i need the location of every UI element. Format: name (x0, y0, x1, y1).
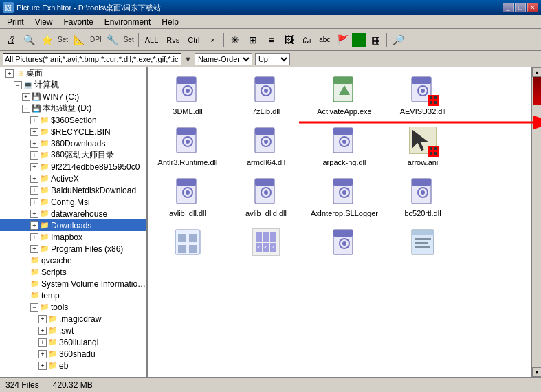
tree-item-d[interactable]: − 💾 本地磁盘 (D:) (0, 102, 146, 114)
expander-config[interactable]: + (30, 198, 38, 206)
file-item-3dml[interactable]: 3DML.dll (151, 70, 225, 118)
expander-activex[interactable]: + (30, 175, 38, 183)
tree-item-downloads[interactable]: + 📁 Downloads (0, 219, 146, 231)
tree-item-360downloads[interactable]: + 📁 360Downloads (0, 138, 146, 149)
toolbar-btn-rvs[interactable]: Rvs (163, 32, 183, 48)
tree-item-desktop[interactable]: + 🖥 桌面 (0, 67, 146, 79)
file-item-7zlib[interactable]: 7zLib.dll (229, 70, 303, 118)
toolbar-btn-zoom[interactable]: 🔎 (390, 32, 406, 48)
file-item-r4c2[interactable]: ✓ ✓ ✓ (229, 223, 303, 263)
toolbar-btn-grid[interactable]: ⊞ (245, 32, 261, 48)
toolbar-btn-list[interactable]: ≡ (263, 32, 279, 48)
file-item-r4c1[interactable] (151, 223, 225, 263)
file-item-aevisu[interactable]: AEVISU32.dll (386, 70, 460, 118)
file-item-armdll[interactable]: armdll64.dll (229, 121, 303, 169)
tree-item-computer[interactable]: − 💻 计算机 (0, 79, 146, 91)
tree-item-360sd[interactable]: + 📁 360shadu (0, 348, 146, 360)
tree-item-c[interactable]: + 💾 WIN7 (C:) (0, 91, 146, 102)
tree-panel[interactable]: + 🖥 桌面 − 💻 计算机 + 💾 WIN7 (C:) − 💾 本地磁盘 (D… (0, 67, 148, 377)
file-item-activate[interactable]: ActivateApp.exe (307, 70, 382, 118)
toolbar-btn-ctrl[interactable]: Ctrl (184, 32, 203, 48)
toolbar-btn-2[interactable]: 🔍 (21, 32, 37, 48)
toolbar-btn-color[interactable] (352, 33, 366, 47)
menu-view[interactable]: View (30, 16, 58, 28)
expander-c[interactable]: + (22, 93, 30, 101)
expander-dw[interactable]: + (30, 210, 38, 218)
toolbar-btn-4[interactable]: 📐 (71, 32, 87, 48)
tree-item-scripts[interactable]: 📁 Scripts (0, 266, 146, 278)
toolbar-btn-sun[interactable]: ✳ (227, 32, 243, 48)
vertical-scrollbar[interactable]: ▲ ▼ (531, 67, 541, 377)
tree-item-qv[interactable]: 📁 qvcache (0, 254, 146, 266)
scroll-up-btn[interactable]: ▲ (532, 67, 541, 77)
tree-item-imapbox[interactable]: + 📁 Imapbox (0, 231, 146, 243)
expander-desktop[interactable]: + (5, 69, 14, 78)
tree-item-recycle[interactable]: + 📁 $RECYCLE.BIN (0, 126, 146, 138)
expander-d[interactable]: − (22, 105, 30, 113)
tree-item-temp[interactable]: 📁 temp (0, 290, 146, 301)
file-item-avlibd[interactable]: avlib_dlld.dll (229, 172, 303, 220)
expander-360driver[interactable]: + (30, 151, 38, 160)
expander-imapbox[interactable]: + (30, 233, 38, 241)
toolbar-btn-img2[interactable]: 🗂 (298, 32, 315, 48)
toolbar-btn-abc[interactable]: abc (316, 32, 333, 48)
tree-item-config[interactable]: + 📁 Config.Msi (0, 196, 146, 208)
toolbar-btn-img1[interactable]: 🖼 (280, 32, 297, 48)
expander-360dl[interactable]: + (30, 140, 38, 148)
sort-select[interactable]: Name-Order Size-Order Date-Order (195, 53, 252, 65)
toolbar-btn-all[interactable]: ALL (142, 32, 162, 48)
tree-item-360driver[interactable]: + 📁 360驱动大师目录 (0, 149, 146, 161)
toolbar-btn-flag[interactable]: 🚩 (334, 32, 351, 48)
expander-360sd[interactable]: + (38, 350, 47, 358)
file-item-arpack[interactable]: arpack-ng.dll (307, 121, 382, 169)
tree-item-eb[interactable]: + 📁 eb (0, 360, 146, 371)
tree-item-activex[interactable]: + 📁 ActiveX (0, 173, 146, 184)
tree-item-sysinfo[interactable]: 📁 System Volume Informatio… (0, 278, 146, 290)
expander-tools[interactable]: − (30, 303, 38, 312)
scroll-thumb[interactable] (533, 77, 541, 105)
maximize-button[interactable]: □ (515, 3, 526, 12)
tree-item-pf[interactable]: + 📁 Program Files (x86) (0, 243, 146, 254)
expander-hash[interactable]: + (30, 163, 38, 171)
toolbar-btn-grid2[interactable]: ▦ (367, 32, 384, 48)
expander-eb[interactable]: + (38, 362, 47, 370)
scroll-down-btn[interactable]: ▼ (532, 367, 541, 377)
file-item-avlib[interactable]: avlib_dll.dll (151, 172, 225, 220)
expander-magicdraw[interactable]: + (38, 315, 47, 323)
file-panel[interactable]: 3DML.dll 7zLib.dll (148, 67, 531, 377)
toolbar-btn-3[interactable]: ⭐ (38, 32, 55, 48)
tree-item-swt[interactable]: + 📁 .swt (0, 325, 146, 336)
toolbar-btn-x[interactable]: × (204, 32, 221, 48)
expander-downloads[interactable]: + (30, 221, 38, 230)
toolbar-btn-5[interactable]: 🔧 (104, 32, 121, 48)
tree-item-360section[interactable]: + 📁 $360Section (0, 114, 146, 126)
tree-item-magicdraw[interactable]: + 📁 .magicdraw (0, 313, 146, 325)
tree-item-tools[interactable]: − 📁 tools (0, 301, 146, 313)
expander-swt[interactable]: + (38, 327, 47, 335)
expander-baidu[interactable]: + (30, 186, 38, 195)
expander-360lq[interactable]: + (38, 338, 47, 347)
menu-help[interactable]: Help (156, 16, 184, 28)
file-item-axinterop[interactable]: AxInterop.SLLogger (307, 172, 382, 220)
file-item-r4c4[interactable] (386, 223, 460, 263)
tree-item-360lq[interactable]: + 📁 360liulanqi (0, 336, 146, 348)
direction-select[interactable]: Up Down (255, 53, 290, 65)
menu-print[interactable]: Print (1, 16, 30, 28)
expander-360section[interactable]: + (30, 116, 38, 124)
toolbar-btn-1[interactable]: 🖨 (3, 32, 19, 48)
tree-item-hash[interactable]: + 📁 9f2214edbbe8915950c0 (0, 161, 146, 173)
tree-item-dw[interactable]: + 📁 datawarehouse (0, 208, 146, 219)
file-item-antlr[interactable]: Antlr3.Runtime.dll (151, 121, 225, 169)
scroll-track[interactable] (532, 77, 541, 367)
file-item-arrow[interactable]: arrow.ani (386, 121, 460, 169)
expander-pf[interactable]: + (30, 245, 38, 253)
close-button[interactable]: ✕ (527, 3, 538, 12)
minimize-button[interactable]: _ (503, 3, 514, 12)
tree-item-baidu[interactable]: + 📁 BaiduNetdiskDownload (0, 184, 146, 196)
expander-computer[interactable]: − (14, 81, 22, 89)
expander-recycle[interactable]: + (30, 128, 38, 136)
filter-input[interactable] (3, 53, 181, 65)
menu-environment[interactable]: Environment (99, 16, 156, 28)
file-item-bc520rtl[interactable]: bc520rtl.dll (386, 172, 460, 220)
file-item-r4c3[interactable] (307, 223, 382, 263)
